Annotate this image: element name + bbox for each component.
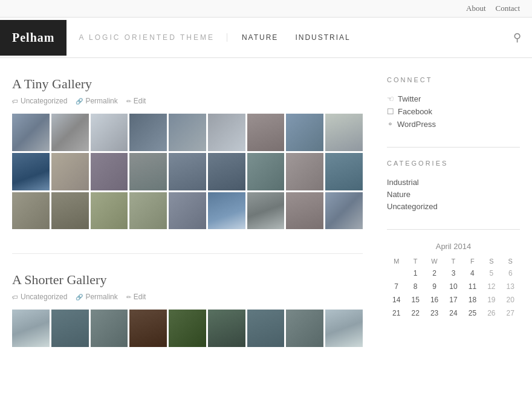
sidebar-divider-1 [387,147,520,148]
cal-th-s2: S [501,256,520,267]
post-meta-shorter: Uncategorized Permalink Edit [12,293,363,301]
calendar-row-1: 1 2 3 4 5 6 [387,267,520,280]
gallery-thumb[interactable] [247,192,285,230]
tag-icon-2 [12,294,18,300]
post-title-link-shorter[interactable]: A Shorter Gallery [12,272,106,287]
gallery-thumb[interactable] [51,114,89,151]
categories-section: CATEGORIES Industrial Nature Uncategoriz… [387,160,520,211]
gallery-thumb[interactable] [129,192,167,230]
post-title-tiny: A Tiny Gallery [12,76,363,92]
search-icon[interactable]: ⚲ [502,18,532,57]
contact-link[interactable]: Contact [496,4,520,13]
gallery-thumb[interactable] [51,153,89,190]
tag-icon [12,98,18,105]
category-link-tiny[interactable]: Uncategorized [21,97,67,105]
edit-link-shorter[interactable]: Edit [134,293,146,301]
permalink-link-shorter[interactable]: Permalink [85,293,117,301]
cal-cell: 12 [482,280,501,293]
gallery-thumb[interactable] [12,114,50,151]
gallery-thumb[interactable] [91,153,128,190]
cal-cell: 8 [406,280,424,293]
gallery-thumb[interactable] [12,192,50,230]
cal-th-f: F [463,256,482,267]
connect-twitter: ☜ Twitter [387,94,520,103]
sidebar-divider-2 [387,229,520,230]
cal-cell: 5 [482,267,501,280]
gallery-thumb[interactable] [51,192,89,230]
meta-category-shorter: Uncategorized [12,293,67,301]
category-link-nature[interactable]: Nature [387,190,410,199]
cal-th-m: M [387,256,406,267]
category-list: Industrial Nature Uncategorized [387,178,520,211]
gallery-thumb[interactable] [91,114,128,151]
category-link-uncategorized[interactable]: Uncategorized [387,202,438,211]
gallery-thumb[interactable] [286,310,323,347]
about-link[interactable]: About [466,4,486,13]
edit-link-tiny[interactable]: Edit [134,97,146,105]
gallery-thumb[interactable] [208,310,245,347]
cal-cell: 23 [425,307,444,320]
permalink-link-tiny[interactable]: Permalink [85,97,117,105]
gallery-thumb[interactable] [169,192,206,230]
gallery-thumb[interactable] [12,153,50,190]
cal-th-t1: T [406,256,424,267]
gallery-thumb[interactable] [325,310,363,347]
gallery-thumb[interactable] [325,114,363,151]
cal-cell: 19 [482,293,501,307]
post-title-link-tiny[interactable]: A Tiny Gallery [12,76,92,91]
connect-list: ☜ Twitter ☐ Facebook ⚬ WordPress [387,94,520,129]
gallery-thumb[interactable] [129,310,167,347]
wordpress-link[interactable]: ⚬ WordPress [387,120,520,129]
calendar-month: April 2014 [387,242,520,251]
gallery-thumb[interactable] [286,114,323,151]
gallery-thumb[interactable] [51,310,89,347]
calendar-row-3: 14 15 16 17 18 19 20 [387,293,520,307]
calendar-table: M T W T F S S 1 2 3 4 [387,256,520,320]
gallery-thumb[interactable] [325,153,363,190]
connect-title: CONNECT [387,76,520,87]
gallery-thumb[interactable] [129,114,167,151]
gallery-thumb[interactable] [169,153,206,190]
gallery-thumb[interactable] [129,153,167,190]
cal-cell: 13 [501,280,520,293]
gallery-thumb[interactable] [286,153,323,190]
gallery-thumb[interactable] [286,192,323,230]
cal-cell: 18 [463,293,482,307]
cal-cell: 14 [387,293,406,307]
post-meta-tiny: Uncategorized Permalink Edit [12,97,363,105]
main-nav: NATURE INDUSTRIAL [227,20,365,55]
meta-permalink-tiny: Permalink [76,97,117,105]
gallery-thumb[interactable] [325,192,363,230]
gallery-thumb[interactable] [247,153,285,190]
top-nav: About Contact [0,0,532,18]
cal-cell: 22 [406,307,424,320]
gallery-thumb[interactable] [208,192,245,230]
meta-edit-tiny: Edit [126,97,146,105]
cal-cell: 7 [387,280,406,293]
site-header: Pelham A Logic Oriented Theme NATURE IND… [0,18,532,58]
gallery-thumb[interactable] [12,310,50,347]
nav-industrial[interactable]: INDUSTRIAL [287,20,358,55]
site-title[interactable]: Pelham [0,20,66,56]
cal-th-w: W [425,256,444,267]
gallery-thumb[interactable] [247,310,285,347]
nav-nature[interactable]: NATURE [233,20,287,55]
category-uncategorized: Uncategorized [387,202,520,211]
gallery-thumb[interactable] [208,114,245,151]
category-link-industrial[interactable]: Industrial [387,178,419,187]
gallery-thumb[interactable] [208,153,245,190]
gallery-thumb[interactable] [91,310,128,347]
cal-cell: 25 [463,307,482,320]
site-tagline: A Logic Oriented Theme [66,33,227,42]
category-link-shorter[interactable]: Uncategorized [21,293,67,301]
gallery-thumb[interactable] [247,114,285,151]
gallery-thumb[interactable] [169,310,206,347]
categories-title: CATEGORIES [387,160,520,170]
facebook-link[interactable]: ☐ Facebook [387,107,520,116]
cal-cell: 21 [387,307,406,320]
twitter-link[interactable]: ☜ Twitter [387,94,520,103]
gallery-thumb[interactable] [91,192,128,230]
gallery-thumb[interactable] [169,114,206,151]
cal-th-s1: S [482,256,501,267]
cal-cell: 10 [444,280,462,293]
